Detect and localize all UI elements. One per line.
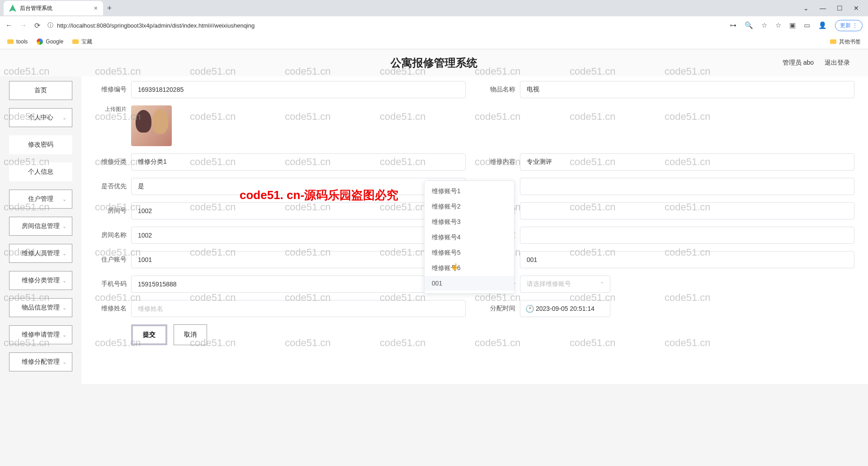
- input-item-name[interactable]: [520, 81, 854, 98]
- browser-tab[interactable]: 后台管理系统 ×: [4, 1, 103, 15]
- bookmark-baozang[interactable]: 宝藏: [72, 38, 92, 46]
- clock-icon: 🕐: [525, 304, 534, 313]
- translate-icon[interactable]: ☆: [761, 21, 767, 29]
- address-bar: ← → ⟳ ⓘ http://localhost:8080/springboot…: [0, 16, 868, 34]
- chevron-down-icon: ⌄: [62, 223, 66, 229]
- sidebar-icon[interactable]: ▭: [804, 21, 810, 29]
- label-repair-person-name: 维修姓名: [95, 304, 127, 313]
- sidebar-item-personal[interactable]: 个人中心⌄: [9, 108, 72, 127]
- label-assign-time: 分配时间: [484, 304, 515, 313]
- reload-icon[interactable]: ⟳: [34, 21, 40, 30]
- bookmarks-bar: tools Google 宝藏 其他书签: [0, 34, 868, 49]
- chevron-down-icon: ⌄: [62, 305, 66, 311]
- label-repair-content: 维修内容: [484, 158, 515, 166]
- update-button[interactable]: 更新 ⋮: [835, 20, 863, 31]
- key-icon[interactable]: ⊶: [730, 21, 736, 29]
- select-repair-account[interactable]: 请选择维修账号 ⌃: [520, 276, 610, 293]
- input-resident-account[interactable]: [131, 251, 466, 268]
- user-role[interactable]: 管理员 abo: [783, 59, 814, 67]
- app-header: 公寓报修管理系统 管理员 abo 退出登录: [0, 49, 868, 76]
- input-is-priority[interactable]: [131, 178, 466, 195]
- input-hidden[interactable]: [520, 178, 854, 195]
- dropdown-option[interactable]: 维修账号3: [425, 214, 514, 230]
- input-repair-person-name[interactable]: [131, 300, 466, 317]
- back-icon[interactable]: ←: [5, 21, 13, 29]
- input-room-no[interactable]: [131, 202, 466, 219]
- sidebar-item-repair-request[interactable]: 维修申请管理⌄: [9, 325, 72, 344]
- folder-icon: [7, 39, 14, 44]
- extensions-icon[interactable]: ▣: [789, 21, 796, 29]
- label-item-name: 物品名称: [484, 86, 515, 94]
- dropdown-option[interactable]: 001: [425, 276, 514, 290]
- page-title: 公寓报修管理系统: [391, 56, 477, 70]
- sidebar-item-resident[interactable]: 住户管理⌄: [9, 190, 72, 209]
- sidebar-item-repair-assign[interactable]: 维修分配管理⌄: [9, 352, 72, 371]
- minimize-icon[interactable]: —: [820, 5, 826, 12]
- profile-icon[interactable]: 👤: [818, 21, 827, 29]
- chevron-down-icon: ⌄: [62, 251, 66, 257]
- app-container: 公寓报修管理系统 管理员 abo 退出登录 首页 个人中心⌄ 修改密码 个人信息…: [0, 49, 868, 384]
- dropdown-option[interactable]: 维修账号1: [425, 184, 514, 199]
- bookmark-other[interactable]: 其他书签: [830, 38, 861, 46]
- chevron-down-icon: ⌄: [62, 359, 66, 365]
- cursor-icon: ☝: [451, 263, 458, 270]
- label-repair-category: 维修分类: [95, 158, 127, 166]
- label-room-no: 房间号: [95, 207, 127, 215]
- sidebar-item-item-info[interactable]: 物品信息管理⌄: [9, 298, 72, 317]
- sidebar-item-home[interactable]: 首页: [9, 81, 72, 100]
- input-repair-category[interactable]: [131, 153, 466, 171]
- url-text: http://localhost:8080/springboot3lx4p/ad…: [57, 22, 255, 29]
- tab-bar: 后台管理系统 × + ⌄ — ☐ ✕: [0, 0, 868, 16]
- maximize-icon[interactable]: ☐: [837, 5, 843, 12]
- chevron-down-icon: ⌄: [62, 332, 66, 338]
- close-tab-icon[interactable]: ×: [94, 5, 98, 12]
- input-repair-content[interactable]: [520, 153, 854, 171]
- input-resident-name[interactable]: [520, 251, 854, 268]
- input-assign-time-wrapper: 🕐: [520, 300, 610, 317]
- info-icon: ⓘ: [47, 21, 53, 29]
- zoom-icon[interactable]: 🔍: [745, 21, 753, 29]
- input-room-type[interactable]: [520, 202, 854, 219]
- input-room-location[interactable]: [520, 227, 854, 244]
- dropdown-option[interactable]: 维修账号5: [425, 245, 514, 261]
- vue-favicon: [9, 5, 16, 12]
- close-window-icon[interactable]: ✕: [854, 5, 859, 12]
- label-is-priority: 是否优先: [95, 182, 127, 190]
- sidebar-item-repair-category[interactable]: 维修分类管理⌄: [9, 271, 72, 290]
- chevron-down-icon: ⌄: [62, 278, 66, 284]
- star-icon[interactable]: ☆: [775, 21, 781, 29]
- image-thumbnail[interactable]: [131, 105, 172, 146]
- label-upload-image: 上传图片: [95, 105, 127, 113]
- label-repair-id: 维修编号: [95, 86, 127, 94]
- sidebar-item-repair-staff[interactable]: 维修人员管理⌄: [9, 244, 72, 263]
- dropdown-option[interactable]: 维修账号6: [425, 261, 514, 276]
- bookmark-google[interactable]: Google: [37, 38, 63, 45]
- dropdown-icon[interactable]: ⌄: [803, 5, 809, 12]
- sidebar-item-change-password[interactable]: 修改密码: [9, 135, 72, 154]
- chevron-down-icon: ⌄: [62, 115, 66, 121]
- url-input[interactable]: ⓘ http://localhost:8080/springboot3lx4p/…: [47, 21, 722, 29]
- tab-title: 后台管理系统: [20, 5, 52, 12]
- input-room-name[interactable]: [131, 227, 466, 244]
- sidebar-item-personal-info[interactable]: 个人信息: [9, 162, 72, 181]
- dropdown-option[interactable]: 维修账号4: [425, 230, 514, 245]
- folder-icon: [830, 39, 836, 44]
- google-icon: [37, 38, 43, 45]
- window-controls: ⌄ — ☐ ✕: [803, 5, 868, 12]
- browser-chrome: 后台管理系统 × + ⌄ — ☐ ✕ ← → ⟳ ⓘ http://localh…: [0, 0, 868, 49]
- forward-icon[interactable]: →: [20, 21, 27, 29]
- new-tab-button[interactable]: +: [103, 4, 116, 13]
- chevron-down-icon: ⌄: [62, 196, 66, 202]
- submit-button[interactable]: 提交: [131, 324, 167, 345]
- folder-icon: [72, 39, 79, 44]
- input-phone[interactable]: [131, 276, 466, 293]
- label-phone: 手机号码: [95, 280, 127, 288]
- cancel-button[interactable]: 取消: [174, 324, 207, 345]
- input-repair-id[interactable]: [131, 81, 466, 98]
- sidebar-item-room-info[interactable]: 房间信息管理⌄: [9, 217, 72, 236]
- dropdown-option[interactable]: 维修账号2: [425, 199, 514, 214]
- dropdown-panel: 维修账号1 维修账号2 维修账号3 维修账号4 维修账号5 维修账号6 001: [424, 181, 514, 294]
- logout-link[interactable]: 退出登录: [825, 59, 850, 67]
- bookmark-tools[interactable]: tools: [7, 38, 28, 45]
- label-resident-account: 住户账号: [95, 256, 127, 264]
